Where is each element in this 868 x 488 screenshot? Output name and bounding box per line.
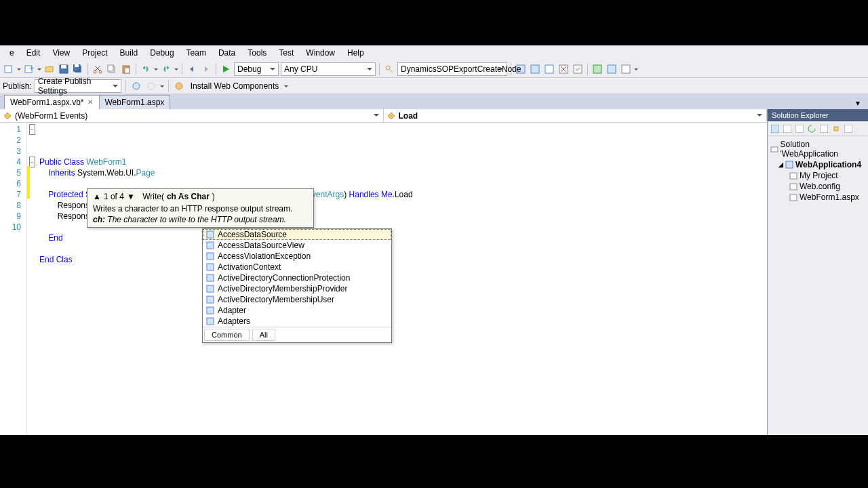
tb-icon[interactable] <box>529 63 541 75</box>
svg-rect-26 <box>207 231 214 238</box>
intellisense-item[interactable]: ActiveDirectoryConnectionProtection <box>203 272 391 283</box>
tb-icon[interactable] <box>620 63 632 75</box>
save-icon[interactable] <box>58 63 70 75</box>
line-gutter: 12345678910 <box>0 123 27 435</box>
intellisense-item[interactable]: Adapters <box>203 316 391 327</box>
publish-label: Publish: <box>3 81 32 91</box>
intellisense-item[interactable]: ActivationContext <box>203 262 391 272</box>
nav-fwd-icon[interactable] <box>200 63 212 75</box>
svg-rect-43 <box>790 184 797 190</box>
intellisense-item[interactable]: Adapter <box>203 305 391 316</box>
svg-rect-0 <box>5 66 12 73</box>
menu-item[interactable]: Build <box>115 47 144 59</box>
explorer-icon[interactable] <box>782 123 793 134</box>
install-components-button[interactable]: Install Web Components <box>188 80 282 92</box>
explorer-icon[interactable] <box>843 123 854 134</box>
publish-profile-dropdown[interactable]: Create Publish Settings <box>35 79 121 93</box>
paste-icon[interactable] <box>120 63 132 75</box>
tb-icon[interactable] <box>591 63 604 75</box>
svg-point-23 <box>133 83 140 89</box>
svg-rect-20 <box>593 65 601 73</box>
tree-item[interactable]: Web.config <box>769 181 867 192</box>
tree-item[interactable]: My Project <box>769 170 867 181</box>
find-icon[interactable] <box>383 63 395 75</box>
menu-item[interactable]: Tools <box>242 47 272 59</box>
undo-icon[interactable] <box>140 63 152 75</box>
code-text[interactable]: Public Class WebForm1 Inherits System.We… <box>37 123 767 435</box>
copy-icon[interactable] <box>106 63 118 75</box>
open-icon[interactable] <box>43 63 56 75</box>
tb-icon[interactable] <box>543 63 555 75</box>
intellisense-item[interactable]: ActiveDirectoryMembershipUser <box>203 294 391 305</box>
intellisense-item[interactable]: AccessDataSource <box>203 229 391 240</box>
tb-icon[interactable] <box>572 63 584 75</box>
tab-active[interactable]: WebForm1.aspx.vb* ✕ <box>4 95 100 109</box>
menu-item[interactable]: Edit <box>21 47 46 59</box>
components-icon[interactable] <box>173 80 185 92</box>
menu-item[interactable]: e <box>4 47 20 59</box>
svg-rect-30 <box>207 274 214 281</box>
code-line[interactable]: End <box>39 232 767 243</box>
properties-icon[interactable] <box>831 123 842 134</box>
svg-rect-37 <box>795 125 804 133</box>
svg-rect-28 <box>207 253 214 260</box>
class-dropdown[interactable]: (WebForm1 Events) <box>0 109 384 122</box>
svg-rect-40 <box>771 147 778 152</box>
menu-item[interactable]: Team <box>181 47 212 59</box>
new-project-icon[interactable] <box>3 63 15 75</box>
redo-icon[interactable] <box>160 63 172 75</box>
code-line[interactable] <box>39 243 767 254</box>
method-dropdown[interactable]: Load <box>384 109 768 122</box>
start-icon[interactable] <box>220 63 232 75</box>
menu-item[interactable]: Help <box>342 47 370 59</box>
cut-icon[interactable] <box>92 63 104 75</box>
solution-tree[interactable]: Solution 'WebApplication ◢ WebApplicatio… <box>768 136 868 205</box>
menu-bar: e Edit View Project Build Debug Team Dat… <box>0 45 868 60</box>
explorer-icon[interactable] <box>794 123 805 134</box>
add-item-icon[interactable]: + <box>23 63 35 75</box>
menu-item[interactable]: Window <box>300 47 340 59</box>
code-line[interactable]: End Clas <box>39 254 767 265</box>
menu-item[interactable]: Data <box>213 47 241 59</box>
tb-icon[interactable] <box>557 63 570 75</box>
svg-rect-16 <box>531 65 539 73</box>
save-all-icon[interactable] <box>72 63 84 75</box>
document-tabs: WebForm1.aspx.vb* ✕ WebForm1.aspx ▾ <box>0 94 868 109</box>
nav-back-icon[interactable] <box>186 63 198 75</box>
publish-icon[interactable] <box>130 80 142 92</box>
svg-rect-27 <box>207 242 214 249</box>
tab-dropdown-icon[interactable]: ▾ <box>852 97 864 109</box>
code-line[interactable]: Public Class WebForm1 <box>39 157 767 167</box>
menu-item[interactable]: Test <box>273 47 299 59</box>
intellisense-item[interactable]: AccessDataSourceView <box>203 240 391 251</box>
explorer-icon[interactable] <box>770 123 781 134</box>
tab-inactive[interactable]: WebForm1.aspx <box>99 95 171 109</box>
intellisense-list[interactable]: AccessDataSourceAccessDataSourceViewAcce… <box>203 229 391 327</box>
tree-solution[interactable]: Solution 'WebApplication <box>769 139 867 159</box>
code-line[interactable] <box>39 178 767 189</box>
next-overload-icon[interactable]: ▼ <box>127 192 135 201</box>
tree-project[interactable]: ◢ WebApplication4 <box>769 159 867 170</box>
intellisense-item[interactable]: ActiveDirectoryMembershipProvider <box>203 283 391 294</box>
menu-item[interactable]: Project <box>77 47 113 59</box>
publish-icon[interactable] <box>145 80 157 92</box>
intellisense-tab-all[interactable]: All <box>252 329 275 341</box>
refresh-icon[interactable] <box>806 123 817 134</box>
explorer-icon[interactable] <box>818 123 829 134</box>
svg-rect-44 <box>790 195 797 201</box>
tree-item[interactable]: WebForm1.aspx <box>769 192 867 203</box>
platform-dropdown[interactable]: Any CPU <box>281 62 376 76</box>
menu-item[interactable]: View <box>47 47 75 59</box>
startup-dropdown[interactable]: DynamicsSOPExportCreateNode <box>397 62 507 76</box>
intellisense-item[interactable]: AccessViolationException <box>203 251 391 262</box>
prev-overload-icon[interactable]: ▲ <box>93 192 101 201</box>
close-icon[interactable]: ✕ <box>87 99 94 106</box>
config-dropdown[interactable]: Debug <box>234 62 279 76</box>
code-line[interactable]: Inherits System.Web.UI.Page <box>39 167 767 178</box>
menu-item[interactable]: Debug <box>144 47 179 59</box>
intellisense-tab-common[interactable]: Common <box>204 329 250 341</box>
tb-icon[interactable] <box>606 63 618 75</box>
explorer-title: Solution Explorer <box>768 109 868 121</box>
svg-rect-13 <box>125 68 130 73</box>
svg-rect-35 <box>771 125 779 133</box>
